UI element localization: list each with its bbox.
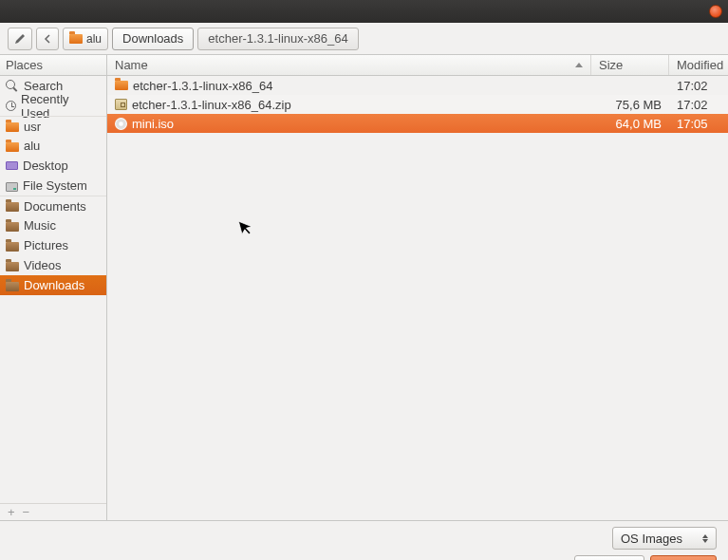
footer: OS Images Cancel Open xyxy=(0,520,728,560)
sidebar-toolbox: + − xyxy=(0,503,106,520)
folder-icon xyxy=(6,262,19,271)
disc-icon xyxy=(115,118,127,130)
sort-ascending-icon xyxy=(575,63,583,67)
sidebar-item-documents[interactable]: Documents xyxy=(0,196,106,215)
places-header: Places xyxy=(0,55,106,76)
nav-back-button[interactable] xyxy=(36,28,59,50)
file-size: 64,0 MB xyxy=(591,117,669,131)
sidebar-item-label: File System xyxy=(23,178,87,193)
sidebar-item-downloads[interactable]: Downloads xyxy=(0,275,106,295)
search-icon xyxy=(6,80,19,93)
cursor-icon xyxy=(237,216,258,242)
path-full-label: etcher-1.3.1-linux-x86_64 xyxy=(208,31,347,46)
add-bookmark-button[interactable]: + xyxy=(8,505,15,519)
folder-icon xyxy=(69,34,83,44)
sidebar-item-recent[interactable]: Recently Used xyxy=(0,96,106,116)
file-name: mini.iso xyxy=(132,117,174,131)
column-modified-label: Modified xyxy=(677,58,723,72)
column-modified[interactable]: Modified xyxy=(669,55,728,75)
sidebar-item-label: Documents xyxy=(24,199,86,214)
column-size[interactable]: Size xyxy=(591,55,669,75)
sidebar-item-videos[interactable]: Videos xyxy=(0,255,106,275)
folder-icon xyxy=(6,202,19,212)
folder-icon xyxy=(115,81,128,90)
file-modified: 17:02 xyxy=(669,79,728,93)
edit-path-button[interactable] xyxy=(8,28,32,50)
archive-icon xyxy=(115,99,127,110)
remove-bookmark-button[interactable]: − xyxy=(23,505,30,519)
file-modified: 17:05 xyxy=(669,117,728,131)
filter-label: OS Images xyxy=(621,532,682,546)
disk-icon xyxy=(6,182,18,192)
file-row[interactable]: mini.iso 64,0 MB 17:05 xyxy=(107,114,728,133)
sidebar-item-usr[interactable]: usr xyxy=(0,116,106,136)
close-window-button[interactable] xyxy=(709,5,722,18)
sidebar-item-pictures[interactable]: Pictures xyxy=(0,235,106,255)
file-size: 75,6 MB xyxy=(591,98,669,112)
column-size-label: Size xyxy=(599,58,623,72)
column-headers: Name Size Modified xyxy=(107,55,728,76)
path-current-label: Downloads xyxy=(122,31,183,46)
sidebar-item-label: Desktop xyxy=(23,159,68,173)
sidebar-item-label: usr xyxy=(24,120,41,134)
file-name: etcher-1.3.1-linux-x86_64.zip xyxy=(132,98,291,112)
main-area: Places Search Recently Used usr alu Desk… xyxy=(0,55,728,520)
folder-icon xyxy=(6,222,19,232)
file-row[interactable]: etcher-1.3.1-linux-x86_64.zip 75,6 MB 17… xyxy=(107,95,728,114)
path-parent-button[interactable]: alu xyxy=(63,28,108,50)
file-view: Name Size Modified etcher-1.3.1-linux-x8… xyxy=(107,55,728,520)
path-current-button[interactable]: Downloads xyxy=(112,28,194,50)
file-name: etcher-1.3.1-linux-x86_64 xyxy=(133,79,272,93)
chevron-left-icon xyxy=(44,34,51,44)
column-name-label: Name xyxy=(115,58,148,72)
sidebar: Places Search Recently Used usr alu Desk… xyxy=(0,55,107,520)
open-button[interactable]: Open xyxy=(650,555,717,560)
window-titlebar xyxy=(0,0,728,23)
pencil-icon xyxy=(14,33,26,45)
file-modified: 17:02 xyxy=(669,98,728,112)
folder-icon xyxy=(6,242,19,252)
sidebar-item-music[interactable]: Music xyxy=(0,215,106,235)
column-name[interactable]: Name xyxy=(107,55,591,75)
sidebar-item-label: Videos xyxy=(24,258,62,272)
sidebar-item-label: Pictures xyxy=(24,238,68,252)
file-list: etcher-1.3.1-linux-x86_64 17:02 etcher-1… xyxy=(107,76,728,520)
cancel-button[interactable]: Cancel xyxy=(574,555,644,560)
folder-icon xyxy=(6,122,19,132)
sidebar-item-desktop[interactable]: Desktop xyxy=(0,156,106,176)
path-breadcrumb[interactable]: etcher-1.3.1-linux-x86_64 xyxy=(197,28,358,50)
file-type-filter[interactable]: OS Images xyxy=(612,527,717,550)
sidebar-item-label: alu xyxy=(24,139,40,153)
sidebar-item-alu[interactable]: alu xyxy=(0,136,106,156)
toolbar: alu Downloads etcher-1.3.1-linux-x86_64 xyxy=(0,23,728,55)
desktop-icon xyxy=(6,161,18,170)
path-parent-label: alu xyxy=(86,32,102,46)
clock-icon xyxy=(6,101,16,111)
sidebar-item-label: Music xyxy=(24,218,56,233)
folder-icon xyxy=(6,282,19,291)
updown-icon xyxy=(702,534,708,543)
file-row[interactable]: etcher-1.3.1-linux-x86_64 17:02 xyxy=(107,76,728,95)
folder-icon xyxy=(6,142,19,152)
sidebar-item-label: Downloads xyxy=(24,278,84,292)
sidebar-item-filesystem[interactable]: File System xyxy=(0,176,106,196)
